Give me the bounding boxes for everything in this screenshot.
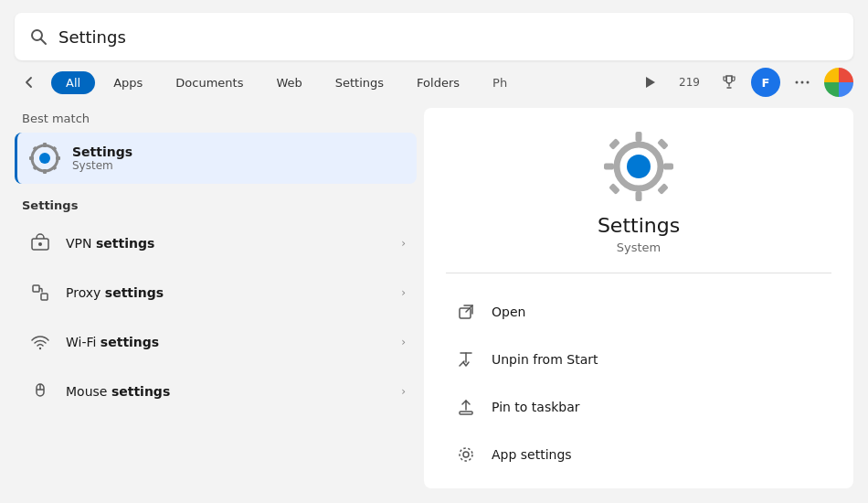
wifi-settings-item[interactable]: Wi-Fi settings › (15, 318, 417, 366)
tab-all[interactable]: All (51, 71, 95, 94)
action-pin-label: Pin to taskbar (492, 400, 580, 414)
tab-web[interactable]: Web (261, 71, 316, 94)
action-unpin[interactable]: Unpin from Start (446, 336, 831, 383)
colorful-logo-icon[interactable] (824, 68, 853, 97)
svg-rect-29 (609, 138, 620, 150)
svg-point-23 (627, 155, 651, 178)
tab-apps[interactable]: Apps (99, 71, 157, 94)
filter-tabs: All Apps Documents Web Settings Folders … (0, 60, 868, 97)
tab-ph[interactable]: Ph (478, 71, 522, 94)
svg-rect-36 (460, 412, 472, 414)
search-bar: Settings (15, 13, 853, 60)
svg-rect-28 (663, 164, 673, 170)
tab-documents[interactable]: Documents (161, 71, 258, 94)
action-list: Open Unpin from Start (446, 288, 831, 478)
vpn-label: VPN settings (66, 236, 401, 251)
svg-rect-10 (56, 156, 60, 160)
search-icon (29, 27, 48, 46)
proxy-label: Proxy settings (66, 285, 401, 300)
settings-large-icon (602, 130, 675, 203)
vpn-icon (26, 229, 55, 258)
app-detail-header: Settings System (446, 130, 831, 273)
proxy-icon (26, 278, 55, 307)
search-query[interactable]: Settings (58, 27, 839, 47)
settings-list: VPN settings › Proxy settings › (15, 219, 417, 415)
wifi-chevron: › (401, 336, 406, 348)
proxy-settings-item[interactable]: Proxy settings › (15, 269, 417, 316)
unpin-icon (453, 347, 479, 372)
result-count: 219 (672, 72, 707, 92)
left-panel: Best match Settings (15, 108, 417, 488)
mouse-settings-item[interactable]: Mouse settings › (15, 368, 417, 415)
svg-rect-25 (636, 132, 642, 142)
right-panel: Settings System Open (424, 108, 853, 488)
tab-folders[interactable]: Folders (402, 71, 474, 94)
action-pin-taskbar[interactable]: Pin to taskbar (446, 383, 831, 431)
settings-small-icon (28, 142, 61, 175)
best-match-app-type: System (72, 159, 132, 172)
mouse-label: Mouse settings (66, 384, 401, 399)
user-avatar[interactable]: F (751, 68, 780, 97)
main-content: Best match Settings (0, 97, 868, 503)
action-unpin-label: Unpin from Start (492, 352, 598, 367)
action-open[interactable]: Open (446, 288, 831, 336)
svg-point-16 (38, 242, 42, 246)
tab-settings[interactable]: Settings (321, 71, 398, 94)
proxy-chevron: › (401, 286, 406, 299)
svg-rect-27 (604, 164, 614, 170)
back-button[interactable] (15, 68, 44, 97)
svg-point-37 (463, 452, 469, 457)
play-icon[interactable] (635, 68, 664, 97)
app-detail-type: System (617, 241, 661, 254)
action-open-label: Open (492, 305, 525, 319)
open-icon (453, 299, 479, 325)
mouse-icon (26, 377, 55, 406)
svg-rect-26 (636, 191, 642, 201)
action-app-settings[interactable]: App settings (446, 431, 831, 478)
svg-point-38 (460, 448, 472, 461)
best-match-item[interactable]: Settings System (15, 133, 417, 184)
app-detail-name: Settings (598, 214, 680, 237)
wifi-icon (26, 327, 55, 357)
svg-rect-8 (43, 169, 47, 174)
svg-rect-7 (43, 143, 47, 147)
best-match-label: Best match (15, 108, 417, 133)
app-settings-icon (453, 442, 479, 467)
trophy-icon[interactable] (715, 68, 744, 97)
wifi-label: Wi-Fi settings (66, 335, 401, 349)
svg-rect-9 (29, 156, 34, 160)
settings-section-label: Settings (15, 195, 417, 219)
mouse-chevron: › (401, 385, 406, 398)
svg-rect-18 (41, 294, 48, 300)
svg-rect-32 (657, 183, 669, 195)
svg-rect-30 (657, 138, 669, 150)
svg-marker-2 (646, 77, 655, 88)
svg-line-1 (41, 39, 47, 45)
best-match-app-name: Settings (72, 144, 132, 159)
action-app-settings-label: App settings (492, 447, 572, 462)
svg-point-19 (39, 348, 41, 349)
best-match-info: Settings System (72, 144, 132, 172)
pin-taskbar-icon (453, 394, 479, 420)
svg-point-4 (801, 81, 804, 84)
vpn-settings-item[interactable]: VPN settings › (15, 219, 417, 267)
svg-point-6 (39, 153, 50, 164)
svg-rect-17 (33, 285, 39, 292)
svg-point-5 (807, 81, 810, 84)
more-options-icon[interactable] (788, 68, 817, 97)
vpn-chevron: › (401, 237, 406, 250)
svg-rect-31 (609, 183, 620, 195)
svg-point-3 (796, 81, 799, 84)
